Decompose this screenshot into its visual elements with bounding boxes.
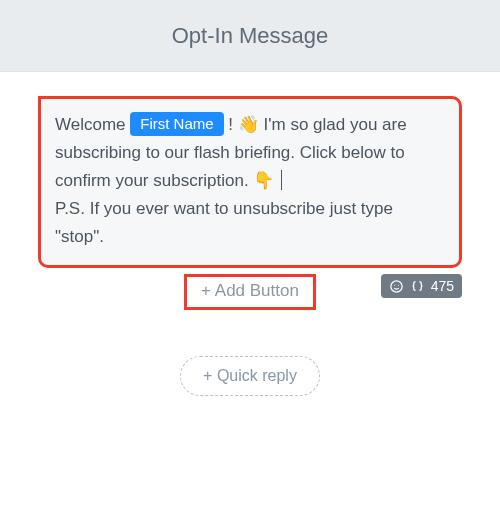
svg-point-0 — [391, 280, 402, 291]
text-cursor — [281, 170, 282, 190]
add-button[interactable]: + Add Button — [184, 274, 316, 310]
msg-text-1: Welcome — [55, 115, 130, 134]
section-title: Opt-In Message — [172, 23, 329, 49]
editor-tools-pill: 475 — [381, 274, 462, 298]
char-counter: 475 — [431, 278, 454, 294]
message-editor-frame: Opt-In Message Welcome First Name ! 👋 I'… — [0, 0, 500, 507]
message-card: Welcome First Name ! 👋 I'm so glad you a… — [38, 96, 462, 396]
msg-text-4: P.S. If you ever want to unsubscribe jus… — [55, 199, 393, 246]
svg-point-2 — [398, 284, 399, 285]
editor-body: Welcome First Name ! 👋 I'm so glad you a… — [0, 72, 500, 507]
smiley-icon[interactable] — [389, 279, 404, 294]
message-actions-row: + Add Button — [38, 270, 462, 314]
add-quick-reply-button[interactable]: + Quick reply — [180, 356, 320, 396]
point-down-emoji: 👇 — [253, 171, 274, 190]
section-header: Opt-In Message — [0, 0, 500, 72]
msg-text-2: ! — [228, 115, 237, 134]
quick-reply-row: + Quick reply — [38, 356, 462, 396]
message-text-editor[interactable]: Welcome First Name ! 👋 I'm so glad you a… — [38, 96, 462, 268]
variable-chip-first-name[interactable]: First Name — [130, 112, 223, 136]
svg-point-1 — [394, 284, 395, 285]
wave-emoji: 👋 — [238, 115, 259, 134]
message-content: Welcome First Name ! 👋 I'm so glad you a… — [55, 115, 407, 246]
braces-icon[interactable] — [410, 279, 425, 294]
